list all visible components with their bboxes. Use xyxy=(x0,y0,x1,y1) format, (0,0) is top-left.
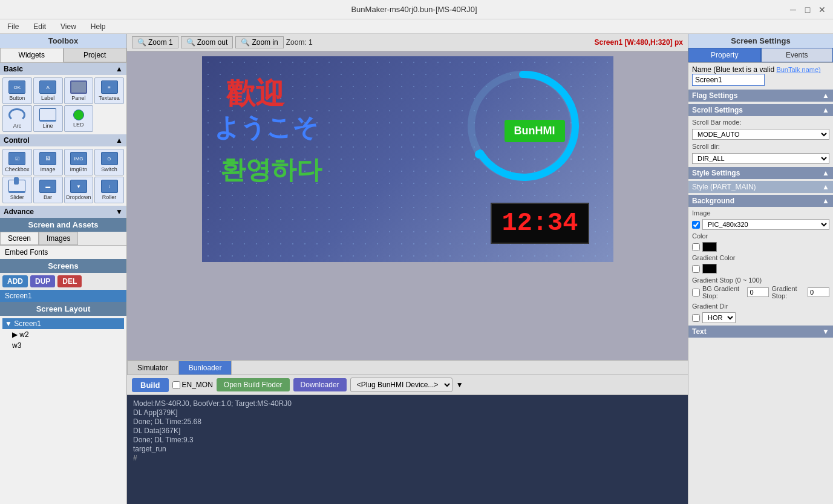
color-checkbox[interactable] xyxy=(692,243,700,251)
scroll-dir-row: Scroll dir: xyxy=(688,142,833,151)
screen-name-input[interactable] xyxy=(692,74,765,86)
flag-settings-section[interactable]: Flag Settings ▲ xyxy=(688,90,833,102)
embed-fonts[interactable]: Embed Fonts xyxy=(0,246,126,259)
download-button[interactable]: Downloader xyxy=(293,378,347,391)
layout-item-w2[interactable]: ▶ w2 xyxy=(2,329,124,340)
style-settings-section[interactable]: Style Settings ▲ xyxy=(688,167,833,179)
welcome-text-cn[interactable]: 歡迎 xyxy=(226,74,284,113)
tab-bunloader[interactable]: Bunloader xyxy=(178,361,232,375)
background-section[interactable]: Background ▲ xyxy=(688,195,833,207)
device-select[interactable]: <Plug BunHMI Device...> xyxy=(350,378,452,392)
image-icon: 🖼 xyxy=(39,152,56,165)
widget-line[interactable]: Line xyxy=(33,105,63,132)
gradient-stop-input[interactable] xyxy=(808,287,829,297)
widget-led[interactable]: LED xyxy=(64,105,94,132)
widget-arc[interactable]: Arc xyxy=(2,105,32,132)
screen-layout-header: Screen Layout xyxy=(0,302,126,316)
style-chevron: ▲ xyxy=(822,183,829,191)
tab-simulator[interactable]: Simulator xyxy=(127,361,178,375)
build-button[interactable]: Build xyxy=(132,378,169,392)
menu-edit[interactable]: Edit xyxy=(28,21,51,32)
color-swatch[interactable] xyxy=(702,242,717,252)
screen-tabs: Screen Images xyxy=(0,232,126,246)
en-mon-checkbox[interactable]: EN_MON xyxy=(172,381,213,389)
basic-widgets-grid: OK Button A Label Panel ≡ Textarea Arc xyxy=(0,75,126,134)
checkbox-icon: ☑ xyxy=(8,152,25,165)
title-bar: BunMaker-ms40rj0.bun-[MS-40RJ0] ─ □ ✕ xyxy=(0,0,833,19)
close-button[interactable]: ✕ xyxy=(816,4,828,16)
widget-slider[interactable]: Slider xyxy=(2,177,32,203)
minimize-button[interactable]: ─ xyxy=(787,4,799,16)
color-swatch-row xyxy=(688,241,833,253)
menu-view[interactable]: View xyxy=(56,21,81,32)
screen-item-screen1[interactable]: Screen1 xyxy=(0,290,126,302)
tab-project[interactable]: Project xyxy=(64,48,127,62)
welcome-text-jp[interactable]: ようこそ xyxy=(214,111,318,145)
bunhmi-button[interactable]: BunHMI xyxy=(505,120,565,142)
section-advance[interactable]: Advance ▼ xyxy=(0,206,126,218)
screen-canvas: 歡迎 ようこそ 환영하다 BunHMI 12:34 xyxy=(202,56,613,262)
style-settings-chevron: ▲ xyxy=(822,169,829,177)
canvas-area[interactable]: 歡迎 ようこそ 환영하다 BunHMI 12:34 xyxy=(127,51,688,360)
layout-item-w3[interactable]: w3 xyxy=(2,340,124,351)
section-basic[interactable]: Basic ▲ xyxy=(0,63,126,75)
style-part-main-row[interactable]: Style (PART_MAIN) ▲ xyxy=(688,181,833,193)
gradient-dir-checkbox[interactable] xyxy=(692,314,700,322)
text-section[interactable]: Text ▼ xyxy=(688,326,833,338)
tab-events[interactable]: Events xyxy=(761,48,834,62)
widget-switch[interactable]: ⊙ Switch xyxy=(94,149,124,175)
widget-imgbtn[interactable]: IMG ImgBtn xyxy=(64,149,94,175)
button-icon: OK xyxy=(8,80,25,94)
gradient-stop-checkbox[interactable] xyxy=(692,289,700,296)
console-prompt: # xyxy=(133,454,682,462)
image-row: Image xyxy=(688,208,833,218)
maximize-button[interactable]: □ xyxy=(802,4,814,16)
bg-stop-input[interactable] xyxy=(747,287,769,297)
scroll-dir-select[interactable]: DIR_ALL xyxy=(692,153,829,164)
open-build-folder-button[interactable]: Open Build Floder xyxy=(217,378,290,391)
layout-item-screen1[interactable]: ▼ Screen1 xyxy=(2,318,124,329)
zoom1-button[interactable]: 🔍 Zoom 1 xyxy=(132,36,178,48)
dup-screen-button[interactable]: DUP xyxy=(30,275,55,287)
en-mon-input[interactable] xyxy=(172,381,180,389)
color-row: Color xyxy=(688,231,833,241)
widget-image[interactable]: 🖼 Image xyxy=(33,149,63,175)
zoomout-button[interactable]: 🔍 Zoom out xyxy=(181,36,234,48)
tab-property[interactable]: Property xyxy=(688,48,761,62)
widget-checkbox[interactable]: ☑ Checkbox xyxy=(2,149,32,175)
scroll-settings-section[interactable]: Scroll Settings ▲ xyxy=(688,104,833,116)
widget-bar[interactable]: ▬ Bar xyxy=(33,177,63,203)
widget-dropdown[interactable]: ▼ Dropdown xyxy=(64,177,94,203)
toolbox-tabs: Widgets Project xyxy=(0,48,126,63)
svg-point-1 xyxy=(475,150,483,159)
image-checkbox[interactable] xyxy=(692,221,700,229)
gradient-color-checkbox[interactable] xyxy=(692,265,700,273)
slider-icon xyxy=(8,180,25,193)
gradient-dir-select[interactable]: HOR xyxy=(702,312,736,323)
menu-help[interactable]: Help xyxy=(86,21,111,32)
widget-label[interactable]: A Label xyxy=(33,77,63,104)
control-widgets-grid: ☑ Checkbox 🖼 Image IMG ImgBtn ⊙ Switch S… xyxy=(0,146,126,206)
roller-icon: ↕ xyxy=(101,180,118,193)
clock-display[interactable]: 12:34 xyxy=(491,203,589,244)
widget-button[interactable]: OK Button xyxy=(2,77,32,104)
console-line-1: DL App[379K] xyxy=(133,408,682,417)
buntalk-link[interactable]: BunTalk name) xyxy=(776,66,820,73)
tab-images[interactable]: Images xyxy=(39,232,78,245)
widget-textarea[interactable]: ≡ Textarea xyxy=(94,77,124,104)
scroll-bar-mode-select[interactable]: MODE_AUTO xyxy=(692,129,829,140)
image-select[interactable]: PIC_480x320 xyxy=(702,219,829,230)
add-screen-button[interactable]: ADD xyxy=(2,275,28,287)
welcome-text-kr[interactable]: 환영하다 xyxy=(220,153,322,187)
tab-widgets[interactable]: Widgets xyxy=(0,48,64,62)
menu-file[interactable]: File xyxy=(2,21,24,32)
section-control[interactable]: Control ▲ xyxy=(0,134,126,146)
imgbtn-icon: IMG xyxy=(70,152,87,165)
gradient-stop-section: Gradient Stop (0 ~ 100) BG Gradient Stop… xyxy=(688,275,833,301)
tab-screen[interactable]: Screen xyxy=(0,232,39,245)
widget-panel[interactable]: Panel xyxy=(64,77,94,104)
zoomin-button[interactable]: 🔍 Zoom in xyxy=(235,36,283,48)
widget-roller[interactable]: ↕ Roller xyxy=(94,177,124,203)
del-screen-button[interactable]: DEL xyxy=(57,275,82,287)
gradient-color-swatch[interactable] xyxy=(702,264,717,273)
